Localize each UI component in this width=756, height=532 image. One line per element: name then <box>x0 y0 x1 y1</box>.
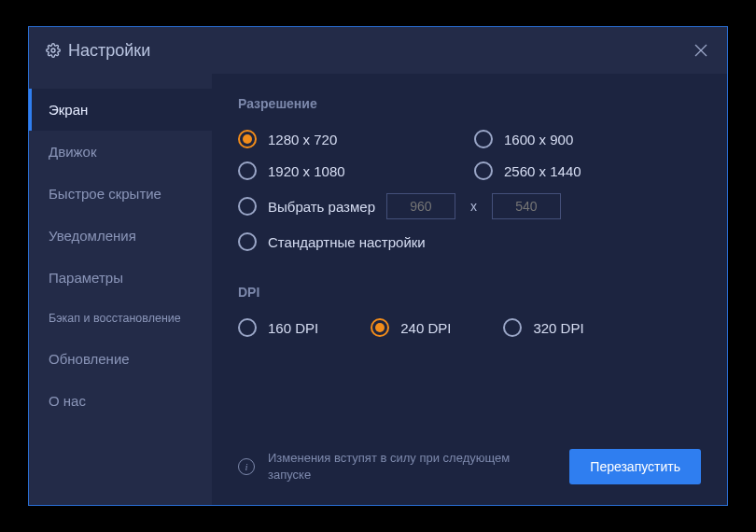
gear-icon <box>46 43 61 58</box>
sidebar-item-label: Обновление <box>49 351 130 367</box>
radio-label: 160 DPI <box>268 320 318 336</box>
svg-point-0 <box>51 49 55 52</box>
dpi-radio-240[interactable]: 240 DPI <box>371 318 451 337</box>
radio-label: 240 DPI <box>400 320 451 336</box>
sidebar-item-backup[interactable]: Бэкап и восстановление <box>29 299 212 338</box>
sidebar-item-label: Бэкап и восстановление <box>49 312 181 325</box>
radio-label: 320 DPI <box>533 320 583 336</box>
sidebar-item-update[interactable]: Обновление <box>29 338 212 380</box>
info-icon: i <box>238 458 255 475</box>
resolution-radio-custom[interactable]: Выбрать размер <box>238 197 375 216</box>
resolution-custom-row: Выбрать размер x <box>238 193 701 219</box>
footer: i Изменения вступят в силу при следующем… <box>238 432 701 505</box>
content-panel: Разрешение 1280 x 720 1600 x 900 1920 x … <box>212 74 727 505</box>
dpi-radio-320[interactable]: 320 DPI <box>503 318 583 337</box>
sidebar-item-screen[interactable]: Экран <box>29 89 212 131</box>
sidebar-item-engine[interactable]: Движок <box>29 131 212 173</box>
resolution-radio-1600x900[interactable]: 1600 x 900 <box>474 130 701 148</box>
dpi-radio-160[interactable]: 160 DPI <box>238 318 318 337</box>
radio-circle-icon <box>474 161 493 180</box>
dimension-separator: x <box>467 199 481 214</box>
radio-circle-icon <box>474 130 493 148</box>
footer-info-text: Изменения вступят в силу при следующем з… <box>268 450 511 483</box>
radio-circle-icon <box>238 318 257 337</box>
radio-circle-icon <box>238 197 257 216</box>
settings-window: Настройки Экран Движок Быстрое скрытие У… <box>28 26 728 506</box>
radio-label: 1600 x 900 <box>504 132 573 147</box>
sidebar-item-label: Движок <box>49 144 96 160</box>
sidebar-item-parameters[interactable]: Параметры <box>29 257 212 299</box>
resolution-options: 1280 x 720 1600 x 900 1920 x 1080 2560 x… <box>238 130 701 180</box>
dpi-options: 160 DPI 240 DPI 320 DPI <box>238 318 701 337</box>
sidebar-item-about[interactable]: О нас <box>29 380 212 422</box>
radio-label: Выбрать размер <box>268 199 375 215</box>
resolution-radio-1920x1080[interactable]: 1920 x 1080 <box>238 161 465 180</box>
resolution-radio-2560x1440[interactable]: 2560 x 1440 <box>474 161 701 180</box>
radio-circle-icon <box>371 318 389 337</box>
radio-label: 2560 x 1440 <box>504 163 581 179</box>
dpi-title: DPI <box>238 285 701 300</box>
window-title: Настройки <box>68 41 150 61</box>
radio-circle-icon <box>238 130 257 148</box>
custom-width-input[interactable] <box>386 193 455 219</box>
radio-circle-icon <box>503 318 522 337</box>
dpi-section: DPI 160 DPI 240 DPI 320 DPI <box>238 285 701 337</box>
sidebar-item-notifications[interactable]: Уведомления <box>29 215 212 257</box>
titlebar: Настройки <box>29 27 727 74</box>
sidebar-item-quick-hide[interactable]: Быстрое скрытие <box>29 173 212 215</box>
sidebar-item-label: О нас <box>49 393 86 409</box>
sidebar: Экран Движок Быстрое скрытие Уведомления… <box>29 74 212 505</box>
resolution-radio-default[interactable]: Стандартные настройки <box>238 232 701 251</box>
sidebar-item-label: Экран <box>49 102 88 118</box>
custom-height-input[interactable] <box>492 193 561 219</box>
sidebar-item-label: Параметры <box>49 270 123 286</box>
window-body: Экран Движок Быстрое скрытие Уведомления… <box>29 74 727 505</box>
close-button[interactable] <box>690 39 712 62</box>
radio-circle-icon <box>238 161 257 180</box>
radio-label: 1280 x 720 <box>268 132 337 147</box>
resolution-radio-1280x720[interactable]: 1280 x 720 <box>238 130 465 148</box>
radio-label: 1920 x 1080 <box>268 163 345 179</box>
sidebar-item-label: Уведомления <box>49 228 136 244</box>
radio-circle-icon <box>238 232 257 251</box>
radio-label: Стандартные настройки <box>268 234 426 250</box>
restart-button[interactable]: Перезапустить <box>569 449 701 484</box>
sidebar-item-label: Быстрое скрытие <box>49 186 161 202</box>
resolution-title: Разрешение <box>238 96 701 111</box>
